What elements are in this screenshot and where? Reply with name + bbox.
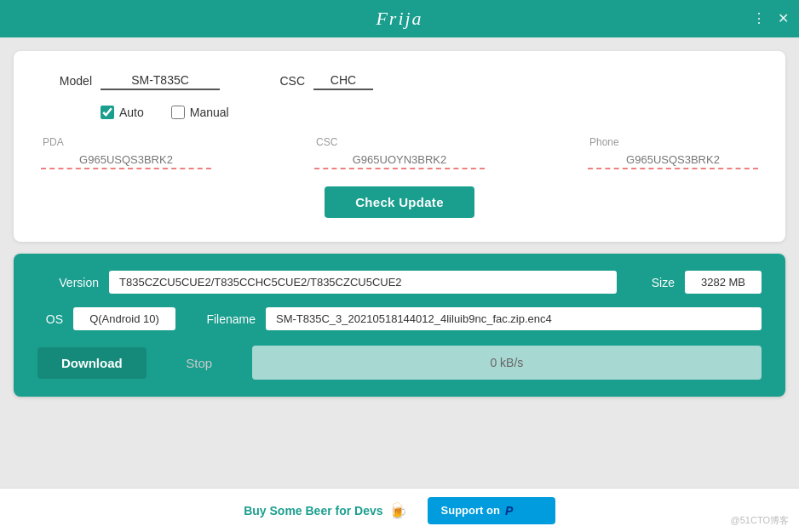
pda-group: PDA (41, 136, 211, 169)
progress-bar: 0 kB/s (252, 346, 762, 380)
bottom-panel: Version T835CZCU5CUE2/T835CCHC5CUE2/T835… (14, 254, 785, 397)
os-label: OS (37, 312, 63, 326)
paypal-button[interactable]: Support on PayPal (428, 497, 555, 524)
pda-label: PDA (43, 136, 64, 148)
manual-label: Manual (190, 106, 229, 119)
stop-button[interactable]: Stop (157, 347, 242, 379)
phone-group: Phone (588, 136, 758, 169)
size-value: 3282 MB (685, 271, 762, 294)
model-input[interactable] (101, 72, 220, 90)
more-button[interactable]: ⋮ (752, 12, 766, 26)
firmware-row: PDA CSC Phone (41, 136, 758, 169)
beer-emoji: 🍺 (388, 501, 407, 520)
support-text: Support on (441, 504, 500, 517)
version-value: T835CZCU5CUE2/T835CCHC5CUE2/T835CZCU5CUE… (109, 271, 617, 294)
version-row: Version T835CZCU5CUE2/T835CCHC5CUE2/T835… (37, 271, 762, 294)
manual-checkbox[interactable] (171, 106, 185, 119)
pda-input[interactable] (41, 152, 211, 169)
auto-checkbox-label[interactable]: Auto (101, 106, 144, 119)
footer: Buy Some Beer for Devs 🍺 Support on PayP… (0, 488, 799, 532)
buy-beer-link[interactable]: Buy Some Beer for Devs 🍺 (244, 501, 406, 520)
version-label: Version (37, 276, 99, 289)
csc2-input[interactable] (314, 152, 485, 169)
download-button[interactable]: Download (37, 347, 147, 379)
size-label: Size (641, 276, 675, 289)
filename-value: SM-T835C_3_20210518144012_4liluib9nc_fac… (266, 307, 762, 330)
watermark: @51CTO博客 (731, 514, 789, 527)
title-bar: Frija ⋮ ✕ (0, 0, 799, 37)
auto-checkbox[interactable] (101, 106, 114, 119)
window-controls: ⋮ ✕ (752, 12, 789, 26)
phone-label: Phone (589, 136, 619, 148)
model-csc-row: Model CSC (41, 72, 758, 90)
auto-label: Auto (119, 106, 144, 119)
csc2-group: CSC (314, 136, 485, 169)
phone-input[interactable] (588, 152, 758, 169)
checkbox-row: Auto Manual (101, 106, 758, 119)
manual-checkbox-label[interactable]: Manual (171, 106, 229, 119)
top-panel: Model CSC Auto Manual PDA CSC (14, 51, 785, 242)
close-button[interactable]: ✕ (778, 12, 789, 26)
check-update-button[interactable]: Check Update (325, 186, 474, 218)
model-label: Model (41, 74, 92, 88)
app-title: Frija (376, 8, 422, 30)
action-row: Download Stop 0 kB/s (37, 346, 762, 380)
os-value: Q(Android 10) (73, 307, 175, 330)
csc-input[interactable] (313, 72, 373, 90)
progress-text: 0 kB/s (490, 356, 523, 369)
os-filename-row: OS Q(Android 10) Filename SM-T835C_3_202… (37, 307, 762, 330)
buy-beer-text: Buy Some Beer for Devs (244, 504, 382, 518)
paypal-logo: PayPal (505, 504, 542, 518)
filename-label: Filename (194, 312, 256, 326)
csc2-label: CSC (316, 136, 337, 148)
csc-label: CSC (254, 74, 305, 88)
main-content: Model CSC Auto Manual PDA CSC (0, 37, 799, 488)
